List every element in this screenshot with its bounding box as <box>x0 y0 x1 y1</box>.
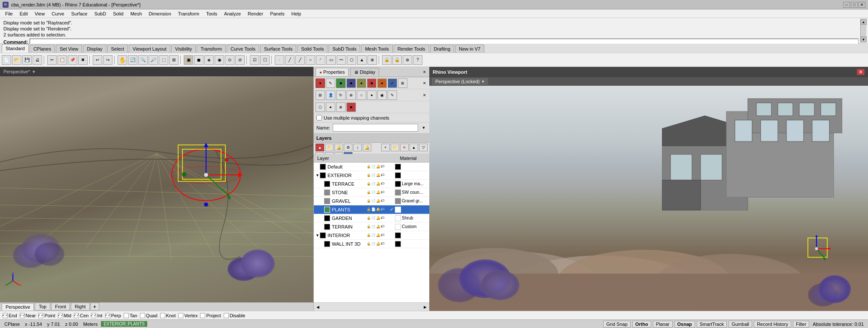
maximize-button[interactable]: □ <box>851 2 858 8</box>
layer-row-wall-int-3d[interactable]: WALL INT 3D 🔒 📄 🔔 🏷 <box>314 240 429 248</box>
tb-circle[interactable]: ○ <box>306 55 315 65</box>
osnap-quad[interactable]: Quad <box>140 313 158 318</box>
layer-btn-new2[interactable]: + <box>381 144 390 151</box>
rhino-viewport-body[interactable] <box>429 86 868 311</box>
tb-save[interactable]: 💾 <box>22 55 32 65</box>
layer-btn-new[interactable]: ● <box>316 144 324 151</box>
layer-color-gravel[interactable] <box>324 198 330 204</box>
layer-row-terrace[interactable]: TERRACE 🔒 📄 🔔 🏷 Large ma... <box>314 180 429 188</box>
menu-panels[interactable]: Panels <box>267 10 288 17</box>
tb-freeform[interactable]: 〜 <box>337 55 346 65</box>
tab-new-v7[interactable]: New in V7 <box>455 45 484 53</box>
layer-color-interior[interactable] <box>320 232 326 238</box>
layer-color-terrain[interactable] <box>324 224 330 230</box>
layer-btn-settings[interactable]: ⚙ <box>344 144 352 151</box>
layer-color-garden[interactable] <box>324 215 330 221</box>
layer-row-garden[interactable]: GARDEN 🔒 📄 🔔 🏷 Shrub <box>314 214 429 223</box>
layers-nav-left[interactable]: ◄ <box>316 304 320 310</box>
menu-edit[interactable]: Edit <box>16 10 31 17</box>
view-tab-top[interactable]: Top <box>35 303 50 310</box>
tb-rotate[interactable]: 🔄 <box>128 55 137 65</box>
layer-btn-bell2[interactable]: 🔔 <box>363 144 371 151</box>
osnap-near-check[interactable]: ✓ <box>20 313 25 318</box>
layer-color-plants[interactable] <box>324 207 330 213</box>
tab-visibility[interactable]: Visibility <box>171 45 196 53</box>
layer-color-terrace[interactable] <box>324 181 330 187</box>
tab-display[interactable]: Display <box>83 45 106 53</box>
menu-file[interactable]: File <box>2 10 16 17</box>
osnap-int[interactable]: ✓ Int <box>91 313 102 318</box>
tb-polyline[interactable]: ╱ <box>295 55 305 65</box>
layer-btn-folder2[interactable]: 📁 <box>391 144 399 151</box>
pb-edit[interactable]: ✎ <box>326 78 335 88</box>
tb-point[interactable]: · <box>275 55 284 65</box>
pb-texture[interactable]: ■ <box>336 78 346 88</box>
osnap-perp[interactable]: ✓ Perp <box>105 313 121 318</box>
tb-help[interactable]: ? <box>413 55 422 65</box>
layer-color-default[interactable] <box>320 164 326 170</box>
command-scrollbar[interactable]: ▲ ▼ <box>860 19 866 42</box>
tab-render-tools[interactable]: Render Tools <box>394 45 429 53</box>
name-field-close[interactable]: ▼ <box>421 125 427 131</box>
pb2-sphere3[interactable]: ◉ <box>377 90 387 100</box>
tab-viewport-layout[interactable]: Viewport Layout <box>129 45 170 53</box>
pb2-map[interactable]: ⊕ <box>346 90 356 100</box>
tb-delete[interactable]: ✖ <box>78 55 88 65</box>
tb-zoom-extents[interactable]: ⊞ <box>169 55 179 65</box>
menu-tools[interactable]: Tools <box>203 10 221 17</box>
mapping-channels-checkbox[interactable] <box>316 115 322 120</box>
tb-x-ray[interactable]: ⊙ <box>225 55 234 65</box>
status-planar[interactable]: Planar <box>653 321 673 328</box>
view-tab-right[interactable]: Right <box>71 303 90 310</box>
layer-row-plants[interactable]: PLANTS 🔒 📄 🔔 🏷 ✓ <box>314 205 429 214</box>
view-tab-add[interactable]: + <box>91 303 99 310</box>
tb-snap[interactable]: ⊛ <box>403 55 412 65</box>
panel-close-btn[interactable]: ✕ <box>422 69 428 75</box>
perspective-locked-label[interactable]: Perspective (Locked) ▼ <box>432 78 488 85</box>
tab-properties[interactable]: ● Properties <box>316 68 349 76</box>
pb-environment[interactable]: ■ <box>346 78 356 88</box>
rhino-viewport-close-btn[interactable]: ✕ <box>857 69 865 75</box>
osnap-vertex[interactable]: Vertex <box>178 313 197 318</box>
status-layer-badge[interactable]: EXTERIOR::PLANTS <box>101 321 147 327</box>
status-grid-snap[interactable]: Grid Snap <box>603 321 631 328</box>
osnap-knot[interactable]: Knot <box>160 313 176 318</box>
menu-surface[interactable]: Surface <box>68 10 91 17</box>
tab-select[interactable]: Select <box>107 45 128 53</box>
pb2-sphere2[interactable]: ● <box>367 90 376 100</box>
pb2-edit2[interactable]: ✎ <box>388 90 397 100</box>
tb-zoom-window[interactable]: ⬚ <box>159 55 168 65</box>
tab-curve-tools[interactable]: Curve Tools <box>227 45 259 53</box>
minimize-button[interactable]: ─ <box>843 2 850 8</box>
menu-subd[interactable]: SubD <box>91 10 110 17</box>
tb-boolean[interactable]: ⊕ <box>367 55 377 65</box>
tab-subd-tools[interactable]: SubD Tools <box>328 45 360 53</box>
osnap-tan[interactable]: Tan <box>124 313 137 318</box>
name-input-field[interactable] <box>333 124 418 132</box>
osnap-disable[interactable]: Disable <box>224 313 246 318</box>
pb-sun[interactable]: ● <box>357 78 366 88</box>
osnap-quad-check[interactable] <box>140 313 145 318</box>
view-tab-perspective[interactable]: Perspective <box>2 303 34 310</box>
layer-color-wall[interactable] <box>324 241 330 247</box>
pb3-map2[interactable]: ⊕ <box>336 102 346 112</box>
scroll-down-arrow[interactable]: ▼ <box>861 36 867 42</box>
status-osnap[interactable]: Osnap <box>674 321 695 328</box>
tb-rendered[interactable]: ◈ <box>204 55 214 65</box>
pb-orange-sphere[interactable]: ● <box>377 78 387 88</box>
pb3-light[interactable]: ● <box>326 102 335 112</box>
pb2-model[interactable]: 👤 <box>326 90 335 100</box>
osnap-near[interactable]: ✓ Near <box>20 313 36 318</box>
tb-paste[interactable]: 📌 <box>68 55 77 65</box>
osnap-vertex-check[interactable] <box>178 313 183 318</box>
panel-toolbar-close[interactable]: ✕ <box>422 80 428 86</box>
pb2-sphere[interactable]: ○ <box>357 90 366 100</box>
tb-lock[interactable]: 🔒 <box>382 55 392 65</box>
tb-deselect[interactable]: ☐ <box>260 55 270 65</box>
layer-row-gravel[interactable]: GRAVEL 🔒 📄 🔔 🏷 Gravel gr... <box>314 197 429 205</box>
layer-row-default[interactable]: Default 🔒 📄 🔔 🏷 <box>314 162 429 171</box>
tab-display[interactable]: 🖥 Display <box>350 68 379 76</box>
tb-zoom-in[interactable]: 🔍 <box>138 55 148 65</box>
tb-ghosted[interactable]: ◉ <box>215 55 224 65</box>
layer-btn-filter[interactable]: ▽ <box>419 144 428 151</box>
